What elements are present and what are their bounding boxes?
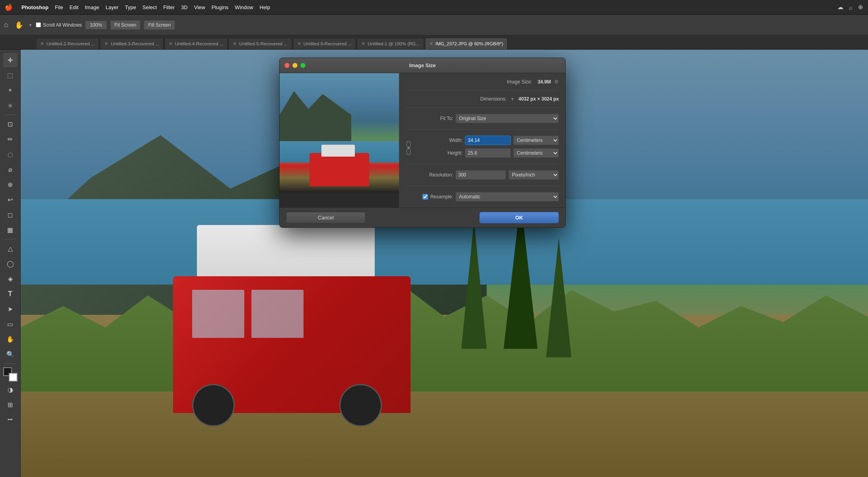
tab-close-3[interactable]: ✕ [233, 41, 237, 47]
screen-mode-tool[interactable]: ⊞ [3, 398, 18, 412]
background-color[interactable] [9, 373, 18, 382]
tab-close-4[interactable]: ✕ [297, 41, 301, 47]
menu-layer[interactable]: Layer [102, 4, 122, 11]
shape-tool[interactable]: ▭ [3, 317, 18, 331]
menu-help[interactable]: Help [257, 4, 274, 11]
tool-options-arrow[interactable]: ▼ [28, 23, 33, 27]
menu-view[interactable]: View [191, 4, 208, 11]
canvas-area[interactable]: Image Size [21, 50, 868, 477]
resample-select[interactable]: Automatic Preserve Details Bicubic Smoot… [455, 192, 559, 202]
share-icon[interactable]: ⊕ [858, 4, 863, 11]
hand-tool[interactable]: ✋ [3, 332, 18, 346]
resolution-label: Resolution: [405, 172, 453, 178]
tab-untitled-5[interactable]: ✕ Untitled-5-Recovered ... [228, 38, 292, 49]
menu-image[interactable]: Image [82, 4, 102, 11]
dialog-close-button[interactable] [284, 63, 290, 68]
ok-button[interactable]: OK [479, 212, 559, 223]
menu-photoshop[interactable]: Photoshop [18, 4, 52, 11]
link-bottom [407, 149, 411, 155]
menu-type[interactable]: Type [122, 4, 139, 11]
blur-tool[interactable]: △ [3, 241, 18, 256]
magic-wand-tool[interactable]: ⍟ [3, 98, 18, 112]
fit-to-row: Fit To: Original Size Custom US Paper A4 [405, 113, 559, 124]
type-tool[interactable]: T [3, 287, 18, 301]
zoom-input[interactable] [85, 21, 107, 29]
apple-menu-icon[interactable]: 🍎 [5, 4, 13, 11]
marquee-tool[interactable]: ⬚ [3, 68, 18, 82]
eraser-tool[interactable]: ◻ [3, 207, 18, 222]
menubar: 🍎 Photoshop File Edit Image Layer Type S… [0, 0, 868, 15]
menu-file[interactable]: File [52, 4, 66, 11]
more-tools[interactable]: ••• [3, 413, 18, 427]
tab-close-6[interactable]: ✕ [429, 41, 433, 47]
pen-tool[interactable]: ◈ [3, 271, 18, 286]
resolution-unit-select[interactable]: Pixels/Inch Pixels/Centimeter [508, 170, 559, 180]
gear-icon[interactable]: ⚙ [554, 79, 559, 85]
menu-edit[interactable]: Edit [66, 4, 82, 11]
tab-close-1[interactable]: ✕ [104, 41, 108, 47]
toolbar-top: ⌂ ✋ ▼ Scroll All Windows Fit Screen Fill… [0, 15, 868, 35]
dodge-tool[interactable]: ◯ [3, 256, 18, 271]
dimensions-value: 4032 px × 3024 px [518, 96, 559, 102]
gradient-tool[interactable]: ▦ [3, 223, 18, 237]
fit-screen-button[interactable]: Fit Screen [110, 20, 141, 30]
scroll-all-windows-checkbox[interactable] [36, 22, 41, 27]
tab-close-2[interactable]: ✕ [169, 41, 173, 47]
tab-img-2372[interactable]: ✕ IMG_2372.JPG @ 60% (RGB/8*) [425, 38, 508, 49]
height-unit-select[interactable]: Centimeters Inches Pixels [513, 148, 559, 158]
menu-3d[interactable]: 3D [178, 4, 191, 11]
move-tool[interactable]: ✛ [3, 53, 18, 67]
scroll-all-windows-label[interactable]: Scroll All Windows [36, 22, 82, 28]
tab-untitled-4[interactable]: ✕ Untitled-4-Recovered ... [164, 38, 228, 49]
history-brush-tool[interactable]: ↩ [3, 192, 18, 207]
dialog-maximize-button[interactable] [300, 63, 306, 68]
resample-checkbox[interactable] [422, 194, 428, 200]
healing-brush-tool[interactable]: ◌ [3, 147, 18, 161]
van-wheel-left [192, 384, 235, 427]
tab-untitled-1[interactable]: ✕ Untitled-1 @ 100% (RG... [357, 38, 424, 49]
hand-tool-icon[interactable]: ✋ [13, 19, 25, 31]
clone-stamp-tool[interactable]: ⊕ [3, 177, 18, 192]
width-unit-select[interactable]: Centimeters Inches Pixels [513, 136, 559, 145]
tool-divider-2 [4, 239, 16, 239]
fit-to-select[interactable]: Original Size Custom US Paper A4 [455, 114, 559, 123]
lasso-tool[interactable]: ⌖ [3, 83, 18, 97]
dialog-titlebar: Image Size [280, 58, 565, 73]
menu-window[interactable]: Window [232, 4, 256, 11]
tab-untitled-3[interactable]: ✕ Untitled-3-Recovered ... [100, 38, 163, 49]
cloud-icon[interactable]: ☁ [837, 4, 843, 11]
link-top [407, 141, 411, 147]
path-selection-tool[interactable]: ➤ [3, 302, 18, 316]
divider-4 [405, 164, 559, 164]
brush-tool[interactable]: ⌀ [3, 162, 18, 176]
dimensions-arrow-icon[interactable]: ▾ [511, 96, 514, 102]
link-constraint-icon[interactable] [405, 135, 412, 158]
eyedropper-tool[interactable]: ✏ [3, 132, 18, 146]
menubar-right: ☁ ⌕ ⊕ [837, 4, 863, 11]
tab-bar: ✕ Untitled-2-Recovered ... ✕ Untitled-3-… [0, 35, 868, 50]
fill-screen-button[interactable]: Fill Screen [144, 20, 175, 30]
tab-untitled-9[interactable]: ✕ Untitled-9-Recovered ... [293, 38, 356, 49]
crop-tool[interactable]: ⊡ [3, 117, 18, 131]
cancel-button[interactable]: Cancel [286, 212, 366, 223]
menu-filter[interactable]: Filter [160, 4, 178, 11]
dialog-buttons: Cancel OK [280, 207, 565, 227]
dialog-minimize-button[interactable] [292, 63, 298, 68]
tab-close-5[interactable]: ✕ [361, 41, 365, 47]
divider-5 [405, 186, 559, 186]
tab-close-0[interactable]: ✕ [40, 41, 44, 47]
height-input[interactable] [465, 148, 511, 158]
resolution-input[interactable] [455, 170, 506, 180]
search-icon[interactable]: ⌕ [849, 4, 852, 11]
home-icon[interactable]: ⌂ [4, 21, 8, 29]
height-row: Height: Centimeters Inches Pixels [415, 148, 559, 158]
quick-mask-tool[interactable]: ◑ [3, 382, 18, 397]
tab-untitled-2[interactable]: ✕ Untitled-2-Recovered ... [36, 38, 99, 49]
menu-select[interactable]: Select [139, 4, 160, 11]
zoom-tool[interactable]: 🔍 [3, 347, 18, 361]
foreground-background-colors[interactable] [3, 367, 18, 382]
menu-plugins[interactable]: Plugins [208, 4, 232, 11]
image-size-dialog[interactable]: Image Size [279, 58, 566, 228]
width-input[interactable] [465, 136, 511, 145]
dimensions-label: Dimensions: [405, 96, 506, 102]
